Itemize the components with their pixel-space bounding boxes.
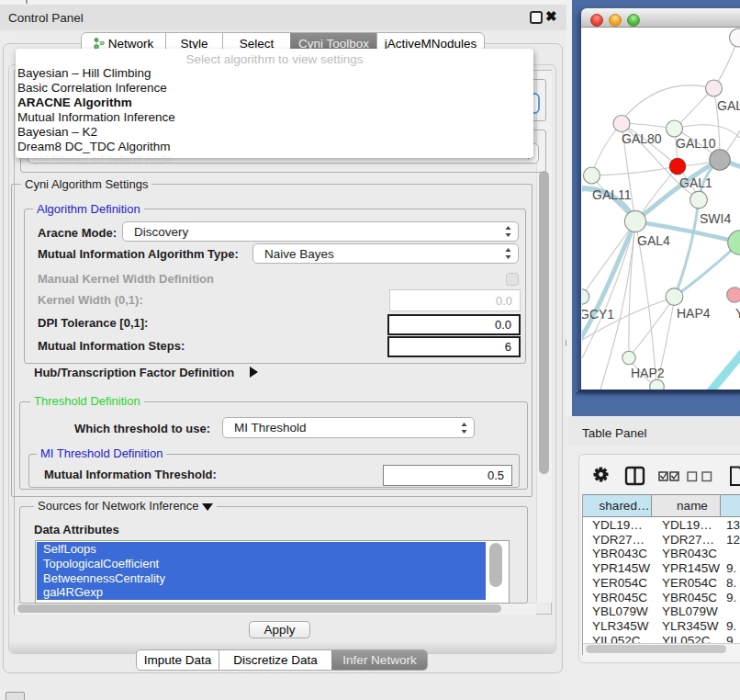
svg-text:GAL4: GAL4 (637, 233, 670, 248)
svg-text:HAP2: HAP2 (631, 366, 665, 380)
svg-text:YJ: YJ (735, 306, 740, 321)
svg-text:GAL10: GAL10 (676, 136, 716, 151)
svg-text:SWI4: SWI4 (700, 211, 731, 226)
svg-text:GAL7: GAL7 (717, 98, 740, 113)
svg-text:HAP4: HAP4 (677, 306, 711, 321)
svg-text:GAL1: GAL1 (679, 175, 712, 190)
svg-text:GAL80: GAL80 (622, 131, 662, 146)
svg-text:GAL11: GAL11 (592, 187, 632, 202)
svg-text:GCY1: GCY1 (582, 307, 614, 322)
